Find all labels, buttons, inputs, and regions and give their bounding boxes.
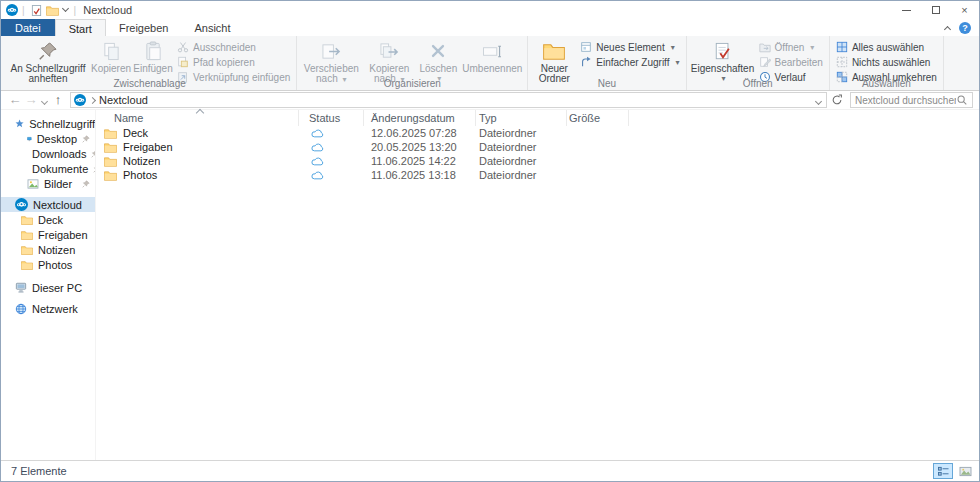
minimize-button[interactable] [892,1,921,19]
tab-datei[interactable]: Datei [1,19,55,36]
sidebar-item-desktop[interactable]: Desktop [1,131,95,146]
up-button[interactable]: ↑ [50,92,66,108]
title-separator: | [74,5,77,16]
column-header-status[interactable]: Status [299,110,364,126]
refresh-button[interactable] [829,92,845,108]
search-icon[interactable] [956,94,968,106]
navigation-pane: Schnellzugriff Desktop Downloads Dokumen… [1,110,96,460]
cloud-status-icon [311,129,324,138]
new-item-button[interactable]: Neues Element ▾ [577,40,682,54]
details-view-button[interactable] [933,463,953,479]
column-header-type[interactable]: Typ [476,110,567,126]
close-button[interactable]: × [950,1,979,19]
cloud-status-icon [311,143,324,152]
sidebar-label: Downloads [32,148,86,160]
folder-icon [21,245,33,255]
sidebar-item-dieser-pc[interactable]: Dieser PC [1,280,95,295]
thumbnail-view-button[interactable] [955,463,975,479]
column-header-modified[interactable]: Änderungsdatum [364,110,476,126]
copy-path-button[interactable]: Pfad kopieren [174,55,293,69]
forward-button[interactable]: → [23,92,39,108]
sidebar-label: Desktop [37,133,77,145]
move-to-icon [321,39,342,63]
folder-icon [46,5,59,16]
sidebar-item-quick-access[interactable]: Schnellzugriff [1,116,95,131]
new-folder-icon [543,39,565,63]
tab-start[interactable]: Start [55,19,106,36]
address-history-caret[interactable] [816,94,821,106]
back-button[interactable]: ← [7,92,23,108]
folder-icon [104,156,117,167]
easy-access-button[interactable]: Einfacher Zugriff ▾ [577,55,682,69]
ribbon-group-new: Neuer Ordner Neues Element ▾ Einfacher Z… [528,36,686,90]
new-item-label: Neues Element [596,42,664,53]
file-row-photos[interactable]: Photos 11.06.2025 13:18 Dateiordner [101,168,979,182]
file-list: Name Status Änderungsdatum Typ Größe Dec… [96,110,979,460]
open-button[interactable]: Öffnen ▾ [756,40,826,54]
delete-icon [429,39,447,63]
tab-ansicht[interactable]: Ansicht [181,19,243,36]
chevron-down-icon [815,98,822,105]
copy-button[interactable]: Kopieren [90,38,132,75]
chevron-down-icon [41,98,48,105]
sidebar-item-photos[interactable]: Photos [1,257,95,272]
file-row-deck[interactable]: Deck 12.06.2025 07:28 Dateiordner [101,126,979,140]
nextcloud-icon [74,94,86,106]
sidebar-item-nextcloud[interactable]: Nextcloud [1,197,95,212]
ribbon-collapse-button[interactable] [945,22,950,34]
search-input[interactable] [855,95,956,106]
maximize-button[interactable] [921,1,950,19]
qat-new-folder-button[interactable] [46,5,59,16]
ribbon-group-organize: Verschieben nach ▾ Kopieren nach ▾ Lösch… [297,36,528,90]
copy-to-icon [379,39,400,63]
window-title: Nextcloud [83,4,132,16]
group-label-select: Auswählen [830,78,943,89]
qat-properties-button[interactable] [31,4,42,17]
pin-icon[interactable] [82,135,90,143]
file-row-freigaben[interactable]: Freigaben 20.05.2025 13:20 Dateiordner [101,140,979,154]
breadcrumb-nextcloud[interactable]: Nextcloud [99,94,148,106]
file-type: Dateiordner [476,127,567,139]
cut-button[interactable]: Ausschneiden [174,40,293,54]
rename-icon [482,39,503,63]
select-all-icon [836,41,848,53]
paste-label: Einfügen [133,64,172,74]
sidebar-item-downloads[interactable]: Downloads [1,146,95,161]
ribbon-tab-strip: Datei Start Freigeben Ansicht ? [1,19,979,36]
sidebar-item-dokumente[interactable]: Dokumente [1,161,95,176]
sidebar-item-notizen[interactable]: Notizen [1,242,95,257]
sidebar-label: Notizen [38,244,75,256]
column-header-size[interactable]: Größe [567,110,629,126]
select-none-button[interactable]: Nichts auswählen [833,55,940,69]
properties-label: Eigenschaften [691,64,754,74]
select-all-button[interactable]: Alles auswählen [833,40,940,54]
pin-icon[interactable] [82,180,90,188]
monitor-icon [27,134,32,144]
file-modified: 11.06.2025 14:22 [364,155,476,167]
qat-customize-caret[interactable] [63,9,68,11]
navigation-bar: ← → ↑ Nextcloud [1,91,979,110]
sidebar-item-bilder[interactable]: Bilder [1,176,95,191]
edit-button[interactable]: Bearbeiten [756,55,826,69]
sidebar-label: Schnellzugriff [29,118,95,130]
sidebar-item-freigaben[interactable]: Freigaben [1,227,95,242]
help-button[interactable]: ? [959,22,971,34]
column-header-name[interactable]: Name [101,110,299,126]
sidebar-item-deck[interactable]: Deck [1,212,95,227]
tab-freigeben[interactable]: Freigeben [106,19,182,36]
pin-icon [38,39,58,63]
properties-icon [714,39,732,63]
paste-button[interactable]: Einfügen [132,38,174,75]
file-type: Dateiordner [476,169,567,181]
status-bar: 7 Elemente [1,460,979,481]
thumbnail-view-icon [959,466,972,477]
address-bar[interactable]: Nextcloud [70,92,827,108]
file-row-notizen[interactable]: Notizen 11.06.2025 14:22 Dateiordner [101,154,979,168]
ribbon-group-select: Alles auswählen Nichts auswählen Auswahl… [830,36,944,90]
column-label: Größe [569,112,600,124]
sidebar-item-netzwerk[interactable]: Netzwerk [1,301,95,316]
recent-locations-button[interactable] [42,94,47,106]
copy-label: Kopieren [91,64,131,74]
rename-button[interactable]: Umbenennen [460,38,524,75]
details-view-icon [937,466,950,477]
